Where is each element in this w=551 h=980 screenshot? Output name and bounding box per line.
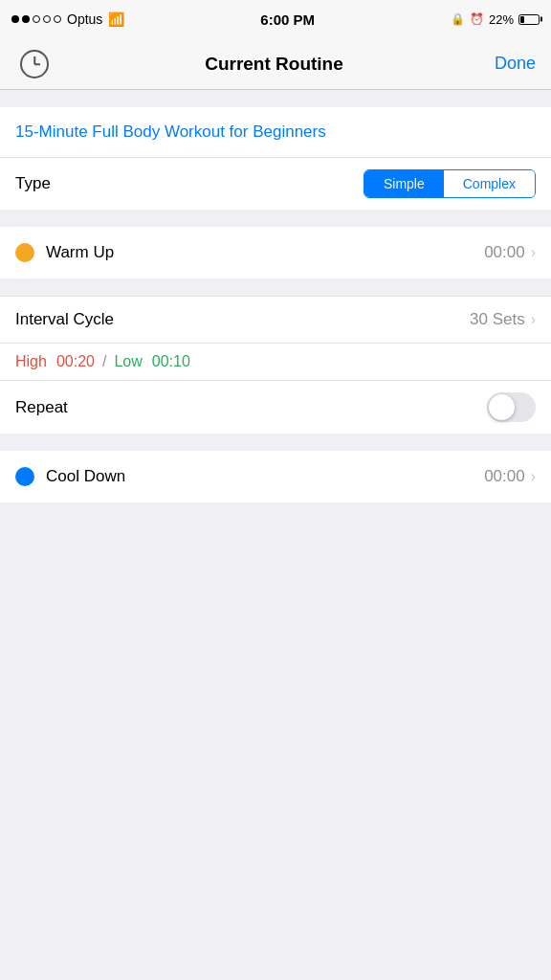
type-segment-control[interactable]: Simple Complex xyxy=(364,169,536,198)
battery-percentage: 22% xyxy=(489,12,514,27)
cool-down-right: 00:00 › xyxy=(484,467,536,486)
interval-label: Interval Cycle xyxy=(15,310,114,329)
warm-up-dot xyxy=(15,243,34,262)
high-label: High xyxy=(15,353,47,370)
warm-up-label: Warm Up xyxy=(46,243,114,262)
type-label: Type xyxy=(15,174,51,193)
warm-up-right: 00:00 › xyxy=(484,243,536,262)
interval-divider: / xyxy=(102,353,106,370)
toggle-thumb xyxy=(489,394,515,420)
interval-card: Interval Cycle 30 Sets › High 00:20 / Lo… xyxy=(0,296,551,434)
signal-dot-4 xyxy=(43,15,51,23)
cool-down-label: Cool Down xyxy=(46,467,125,486)
repeat-row: Repeat xyxy=(0,380,551,434)
interval-chevron: › xyxy=(531,311,536,328)
interval-sets: 30 Sets xyxy=(470,310,525,329)
wifi-icon: 📶 xyxy=(108,11,124,27)
cool-down-left: Cool Down xyxy=(15,467,125,486)
battery-icon xyxy=(518,14,540,25)
segment-complex[interactable]: Complex xyxy=(444,170,535,197)
low-label: Low xyxy=(114,353,142,370)
warm-up-time: 00:00 xyxy=(484,243,525,262)
signal-dot-5 xyxy=(54,15,61,23)
status-left: Optus 📶 xyxy=(11,11,124,27)
carrier-label: Optus xyxy=(67,11,102,27)
cool-down-chevron: › xyxy=(531,468,536,485)
cool-down-dot xyxy=(15,467,34,486)
signal-dots xyxy=(11,15,61,23)
page-title: Current Routine xyxy=(205,54,343,75)
warm-up-row[interactable]: Warm Up 00:00 › xyxy=(0,227,551,278)
clock-icon xyxy=(20,50,49,78)
lock-icon: 🔒 xyxy=(451,12,465,26)
interval-value-right: 30 Sets › xyxy=(470,310,536,329)
segment-simple[interactable]: Simple xyxy=(364,170,444,197)
cool-down-row[interactable]: Cool Down 00:00 › xyxy=(0,451,551,502)
signal-dot-3 xyxy=(33,15,40,23)
status-bar: Optus 📶 6:00 PM 🔒 ⏰ 22% xyxy=(0,0,551,38)
gap-3 xyxy=(0,434,551,451)
workout-title-card: 15-Minute Full Body Workout for Beginner… xyxy=(0,107,551,210)
status-time: 6:00 PM xyxy=(260,11,315,28)
cool-down-card: Cool Down 00:00 › xyxy=(0,451,551,502)
repeat-toggle[interactable] xyxy=(487,392,536,422)
warm-up-card: Warm Up 00:00 › xyxy=(0,227,551,278)
nav-bar: Current Routine Done xyxy=(0,38,551,90)
repeat-label: Repeat xyxy=(15,398,68,417)
status-right: 🔒 ⏰ 22% xyxy=(451,12,540,27)
done-button[interactable]: Done xyxy=(495,54,536,74)
high-time: 00:20 xyxy=(56,353,95,370)
signal-dot-1 xyxy=(11,15,19,23)
interval-header-row[interactable]: Interval Cycle 30 Sets › xyxy=(0,296,551,343)
type-row: Type Simple Complex xyxy=(0,157,551,210)
signal-dot-2 xyxy=(22,15,30,23)
workout-title: 15-Minute Full Body Workout for Beginner… xyxy=(0,107,551,157)
bottom-area xyxy=(0,502,551,770)
warm-up-left: Warm Up xyxy=(15,243,114,262)
gap-1 xyxy=(0,210,551,227)
top-gap xyxy=(0,90,551,107)
cool-down-time: 00:00 xyxy=(484,467,525,486)
alarm-icon: ⏰ xyxy=(470,12,484,26)
interval-detail-row: High 00:20 / Low 00:10 xyxy=(0,343,551,380)
gap-2 xyxy=(0,278,551,296)
clock-button[interactable] xyxy=(15,45,54,83)
low-time: 00:10 xyxy=(152,353,190,370)
warm-up-chevron: › xyxy=(531,244,536,261)
